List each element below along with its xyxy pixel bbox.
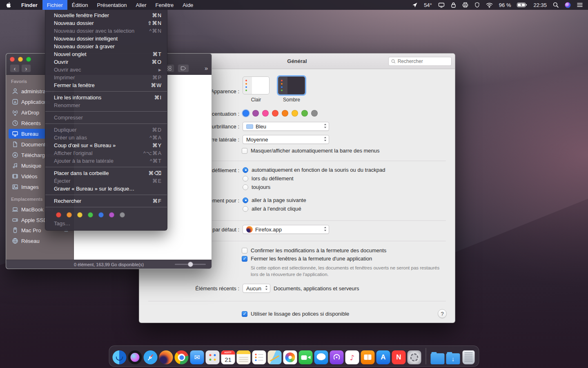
highlight-popup[interactable]: Bleu bbox=[243, 122, 329, 131]
keychain-lock-icon[interactable] bbox=[451, 2, 456, 8]
minimize-window-button[interactable] bbox=[18, 57, 23, 62]
confirm-changes-checkbox[interactable] bbox=[242, 248, 247, 254]
dock-icon-itunes[interactable] bbox=[345, 350, 359, 364]
accent-color-purple[interactable] bbox=[252, 110, 259, 117]
dock-icon-downloads-folder[interactable] bbox=[446, 353, 460, 364]
display-icon[interactable] bbox=[438, 2, 445, 8]
menu-bar-item-edition[interactable]: Édition bbox=[67, 0, 93, 10]
dock-icon-maps[interactable] bbox=[268, 350, 282, 364]
dock-icon-notes[interactable] bbox=[237, 350, 251, 364]
dock-icon-calendar[interactable]: AOÛT 21 bbox=[221, 350, 235, 364]
dock-icon-facetime[interactable] bbox=[299, 350, 313, 364]
menu-item-rechercher[interactable]: Rechercher⌘F bbox=[45, 197, 167, 205]
scrollbars-option-on-scroll[interactable]: lors du défilement bbox=[243, 175, 385, 182]
dock-icon-mail[interactable] bbox=[190, 350, 204, 364]
dock-icon-reminders[interactable] bbox=[252, 350, 266, 364]
shield-icon[interactable] bbox=[474, 2, 480, 8]
sidebar-item-reseau[interactable]: Réseau bbox=[9, 236, 71, 246]
tag-red[interactable] bbox=[56, 212, 61, 218]
clock-status[interactable]: 22:35 bbox=[533, 2, 547, 8]
sidebar-size-popup[interactable]: Moyenne bbox=[243, 135, 329, 144]
battery-percent-status[interactable]: 96 % bbox=[499, 2, 511, 8]
menu-item-nouveau-dossier[interactable]: Nouveau dossier⇧⌘N bbox=[45, 19, 167, 27]
menu-bar-item-presentation[interactable]: Présentation bbox=[93, 0, 131, 10]
dock-icon-finder[interactable] bbox=[113, 350, 127, 364]
browser-popup[interactable]: Firefox.app bbox=[243, 225, 329, 234]
scroll-click-option-next-page[interactable]: aller à la page suivante bbox=[243, 197, 306, 203]
scroll-click-option-clicked-spot[interactable]: aller à l'endroit cliqué bbox=[243, 206, 306, 212]
forward-button[interactable]: › bbox=[21, 64, 31, 72]
appearance-option-sombre[interactable] bbox=[278, 76, 305, 94]
menu-item-placer-dans-la-corbeille[interactable]: Placer dans la corbeille⌘⌫ bbox=[45, 169, 167, 177]
appearance-option-clair[interactable] bbox=[243, 76, 270, 94]
apple-menu[interactable] bbox=[0, 0, 16, 10]
tag-purple[interactable] bbox=[109, 212, 114, 218]
menu-bar-item-fichier[interactable]: Fichier bbox=[42, 0, 67, 10]
dock-icon-books[interactable] bbox=[361, 350, 375, 364]
dock-icon-news[interactable] bbox=[392, 350, 406, 364]
radio-on-scroll[interactable] bbox=[243, 176, 248, 182]
dock-icon-siri[interactable] bbox=[128, 350, 142, 364]
temperature-status[interactable]: 54° bbox=[424, 2, 432, 8]
dock-icon-safari[interactable] bbox=[144, 350, 158, 364]
battery-icon[interactable] bbox=[517, 2, 527, 7]
accent-color-blue[interactable] bbox=[243, 110, 249, 117]
menu-item-nouveau-dossier-intelligent[interactable]: Nouveau dossier intelligent bbox=[45, 35, 167, 43]
radio-always[interactable] bbox=[243, 184, 248, 190]
menu-item-nouvelle-fenetre-finder[interactable]: Nouvelle fenêtre Finder⌘N bbox=[45, 11, 167, 19]
back-button[interactable]: ‹ bbox=[10, 64, 20, 72]
zoom-window-button[interactable] bbox=[26, 57, 31, 62]
tag-button[interactable] bbox=[178, 64, 189, 72]
slider-knob[interactable] bbox=[188, 262, 193, 267]
accent-color-red[interactable] bbox=[272, 110, 278, 117]
menu-item-coup-d-oeil[interactable]: Coup d'œil sur « Bureau »⌘Y bbox=[45, 141, 167, 149]
notification-center-icon[interactable] bbox=[577, 2, 583, 7]
menu-item-nouveau-dossier-a-graver[interactable]: Nouveau dossier à graver bbox=[45, 43, 167, 50]
icon-size-slider[interactable] bbox=[175, 264, 206, 265]
accent-color-pink[interactable] bbox=[262, 110, 269, 117]
wifi-icon[interactable] bbox=[486, 2, 493, 8]
location-icon[interactable] bbox=[412, 2, 418, 8]
tag-blue[interactable] bbox=[98, 212, 104, 218]
scrollbars-option-always[interactable]: toujours bbox=[243, 184, 385, 190]
menu-item-lire-les-informations[interactable]: Lire les informations⌘I bbox=[45, 94, 167, 101]
menu-item-ouvrir[interactable]: Ouvrir⌘O bbox=[45, 58, 167, 66]
help-button[interactable]: ? bbox=[438, 309, 447, 318]
close-window-button[interactable] bbox=[10, 57, 15, 62]
dock-icon-podcasts[interactable] bbox=[330, 350, 344, 364]
scrollbars-option-auto[interactable]: automatiquement en fonction de la souris… bbox=[243, 167, 385, 173]
accent-color-yellow[interactable] bbox=[292, 110, 298, 117]
close-windows-checkbox[interactable] bbox=[242, 256, 247, 262]
dock-icon-trash[interactable] bbox=[463, 350, 475, 364]
more-toolbar-items-button[interactable]: » bbox=[205, 65, 208, 72]
recents-popup[interactable]: Aucun bbox=[243, 284, 270, 293]
radio-auto[interactable] bbox=[243, 167, 248, 173]
siri-icon[interactable] bbox=[565, 2, 571, 8]
printer-icon[interactable] bbox=[462, 2, 468, 8]
radio-next-page[interactable] bbox=[243, 197, 248, 203]
menu-bar-item-fenetre[interactable]: Fenêtre bbox=[151, 0, 178, 10]
dock-icon-launchpad[interactable] bbox=[206, 350, 220, 364]
dock-icon-firefox[interactable] bbox=[159, 350, 173, 364]
radio-clicked-spot[interactable] bbox=[243, 206, 248, 212]
dock-icon-messages[interactable] bbox=[314, 350, 328, 364]
accent-color-orange[interactable] bbox=[282, 110, 288, 117]
tag-gray[interactable] bbox=[120, 212, 125, 218]
menu-bar-item-aide[interactable]: Aide bbox=[178, 0, 198, 10]
tag-yellow[interactable] bbox=[77, 212, 82, 218]
menu-bar-app-name[interactable]: Finder bbox=[16, 0, 42, 10]
dock-icon-app-store[interactable] bbox=[376, 350, 390, 364]
menu-item-nouvel-onglet[interactable]: Nouvel onglet⌘T bbox=[45, 50, 167, 58]
menubar-autohide-checkbox[interactable] bbox=[242, 148, 247, 154]
menu-item-fermer-la-fenetre[interactable]: Fermer la fenêtre⌘W bbox=[45, 81, 167, 89]
tag-green[interactable] bbox=[88, 212, 93, 218]
accent-color-gray[interactable] bbox=[311, 110, 318, 117]
dock-icon-documents-folder[interactable] bbox=[431, 353, 445, 364]
accent-color-green[interactable] bbox=[301, 110, 308, 117]
search-input[interactable] bbox=[398, 58, 449, 64]
menu-item-graver-bureau[interactable]: Graver « Bureau » sur le disque… bbox=[45, 185, 167, 193]
menu-bar-item-aller[interactable]: Aller bbox=[131, 0, 151, 10]
dock-icon-photos[interactable] bbox=[283, 350, 297, 364]
font-smoothing-checkbox[interactable] bbox=[242, 311, 247, 317]
dock-icon-chrome[interactable] bbox=[175, 350, 189, 364]
